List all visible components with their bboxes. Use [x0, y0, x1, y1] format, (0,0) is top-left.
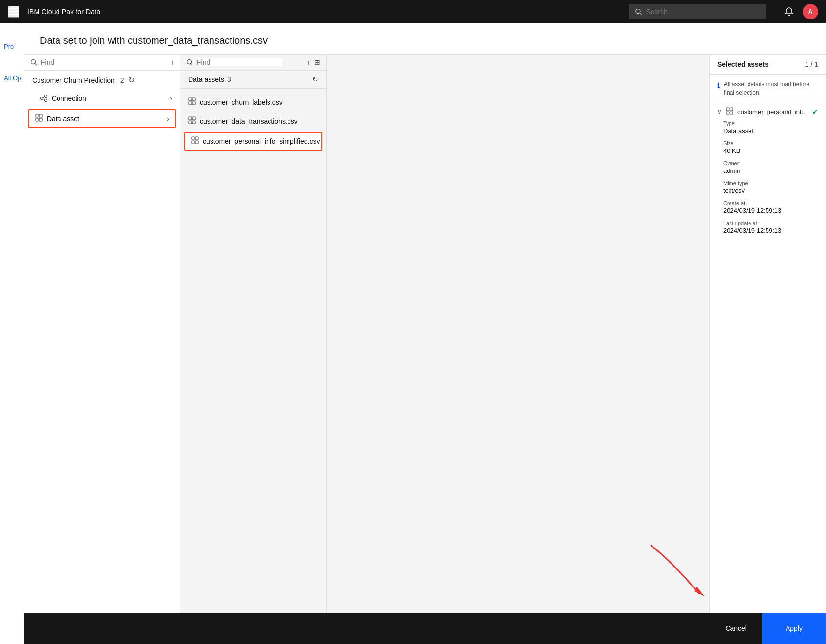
- info-panel: Selected assets 1 / 1 ℹ All asset detail…: [709, 55, 826, 644]
- svg-rect-30: [726, 108, 729, 111]
- owner-label: Owner: [723, 160, 818, 166]
- source-panel: ↑ Customer Churn Prediction 2 ↻: [24, 55, 180, 644]
- connection-chevron-icon: ›: [170, 95, 172, 102]
- info-panel-header: Selected assets 1 / 1: [710, 55, 826, 75]
- modal-footer: Cancel Apply: [24, 613, 826, 644]
- size-value: 40 KB: [723, 147, 818, 154]
- modal-header: Data set to join with customer_data_tran…: [24, 23, 826, 55]
- svg-point-3: [636, 9, 640, 14]
- svg-rect-19: [192, 98, 195, 101]
- asset-icon-3: [191, 136, 199, 146]
- detail-updated: Last update at 2024/03/19 12:59:13: [723, 220, 818, 234]
- asset-name-2: customer_data_transactions.csv: [200, 117, 298, 125]
- source-search-bar[interactable]: ↑: [24, 55, 180, 71]
- svg-point-8: [45, 95, 47, 98]
- detail-owner: Owner admin: [723, 160, 818, 174]
- source-search-icon: [30, 59, 37, 66]
- svg-point-16: [187, 60, 192, 64]
- sort-icon[interactable]: ↑: [171, 58, 174, 66]
- detail-created: Create at 2024/03/19 12:59:13: [723, 200, 818, 214]
- asset-item-churn-labels[interactable]: customer_churn_labels.csv: [180, 93, 326, 112]
- svg-rect-25: [192, 121, 195, 124]
- assets-search-input[interactable]: [197, 58, 282, 66]
- asset-name-3: customer_personal_info_simplified.csv: [203, 137, 320, 145]
- avatar[interactable]: A: [803, 4, 818, 19]
- source-category-row[interactable]: Customer Churn Prediction 2 ↻: [24, 71, 180, 90]
- assets-category-name: Data assets: [188, 76, 224, 83]
- svg-point-5: [31, 60, 36, 64]
- assets-view-icon[interactable]: ⊞: [314, 58, 320, 66]
- updated-label: Last update at: [723, 220, 818, 226]
- svg-rect-13: [39, 114, 42, 117]
- info-panel-notice: ℹ All asset details must load before fin…: [710, 75, 826, 103]
- svg-line-11: [43, 99, 45, 100]
- background-left-sidebar: ProAll Op: [0, 23, 25, 644]
- data-asset-chevron-icon: ›: [167, 115, 169, 123]
- hamburger-menu[interactable]: [8, 6, 19, 18]
- selected-assets-count: 1 / 1: [805, 60, 818, 68]
- svg-rect-29: [195, 141, 198, 144]
- assets-panel-header: ↑ ⊞: [180, 55, 326, 71]
- assets-category-count: 3: [227, 76, 231, 83]
- assets-panel-title-group: [186, 58, 282, 66]
- search-icon: [635, 8, 642, 16]
- svg-line-10: [43, 97, 45, 98]
- checkmark-icon: ✔: [812, 107, 818, 116]
- asset-item-data-transactions[interactable]: customer_data_transactions.csv: [180, 112, 326, 131]
- asset-icon-2: [188, 116, 196, 126]
- assets-refresh-icon[interactable]: ↻: [312, 76, 318, 83]
- type-label: Type: [723, 120, 818, 126]
- svg-line-6: [35, 64, 37, 66]
- assets-sort-icon[interactable]: ↑: [307, 58, 310, 66]
- svg-point-7: [41, 97, 43, 100]
- modal-dialog: Data set to join with customer_data_tran…: [24, 23, 826, 644]
- connection-label: Connection: [52, 95, 86, 102]
- notice-text: All asset details must load before final…: [724, 80, 818, 97]
- svg-rect-27: [195, 137, 198, 140]
- svg-rect-21: [192, 102, 195, 105]
- svg-rect-2: [9, 14, 19, 15]
- svg-rect-1: [9, 11, 19, 12]
- asset-name-1: customer_churn_labels.csv: [200, 98, 283, 106]
- modal-title: Data set to join with customer_data_tran…: [40, 35, 810, 46]
- selected-asset-icon: [726, 107, 733, 116]
- asset-item-personal-info[interactable]: customer_personal_info_simplified.csv: [184, 132, 322, 151]
- category-count: 2: [120, 76, 124, 84]
- search-input[interactable]: [646, 8, 760, 16]
- selected-asset-name: customer_personal_inf...: [737, 108, 807, 115]
- svg-rect-14: [36, 118, 38, 121]
- info-icon: ℹ: [717, 81, 720, 97]
- content-area: [327, 55, 709, 644]
- left-sidebar-text: ProAll Op: [0, 23, 25, 95]
- data-asset-item-left: Data asset: [35, 114, 79, 123]
- svg-rect-33: [730, 112, 733, 114]
- notification-icon: [784, 7, 794, 17]
- svg-rect-18: [189, 98, 192, 101]
- svg-rect-31: [730, 108, 733, 111]
- asset-icon-1: [188, 97, 196, 107]
- selected-asset-row[interactable]: ∨ customer_personal_inf... ✔: [710, 103, 826, 120]
- detail-mime: Mime type text/csv: [723, 180, 818, 194]
- selected-assets-title: Selected assets: [717, 60, 768, 68]
- svg-rect-0: [9, 8, 19, 9]
- refresh-icon[interactable]: ↻: [128, 76, 134, 85]
- apply-button[interactable]: Apply: [762, 613, 826, 644]
- svg-rect-20: [189, 102, 192, 105]
- selected-asset-left: ∨ customer_personal_inf...: [717, 107, 807, 116]
- notifications-button[interactable]: [777, 0, 801, 23]
- svg-rect-32: [726, 112, 729, 114]
- source-search-input[interactable]: [41, 58, 167, 66]
- cancel-button[interactable]: Cancel: [710, 613, 762, 644]
- source-item-data-asset[interactable]: Data asset ›: [28, 109, 176, 128]
- assets-category-row: Data assets 3 ↻: [180, 71, 326, 89]
- category-name: Customer Churn Prediction: [32, 76, 115, 84]
- assets-panel: ↑ ⊞ Data assets 3 ↻: [180, 55, 327, 644]
- svg-rect-22: [189, 117, 192, 120]
- search-bar[interactable]: [629, 4, 766, 19]
- data-asset-icon: [35, 114, 43, 123]
- owner-value: admin: [723, 167, 818, 174]
- source-item-connection-label: Connection: [40, 95, 86, 102]
- updated-value: 2024/03/19 12:59:13: [723, 227, 818, 234]
- source-item-connection[interactable]: Connection ›: [24, 90, 180, 107]
- size-label: Size: [723, 140, 818, 146]
